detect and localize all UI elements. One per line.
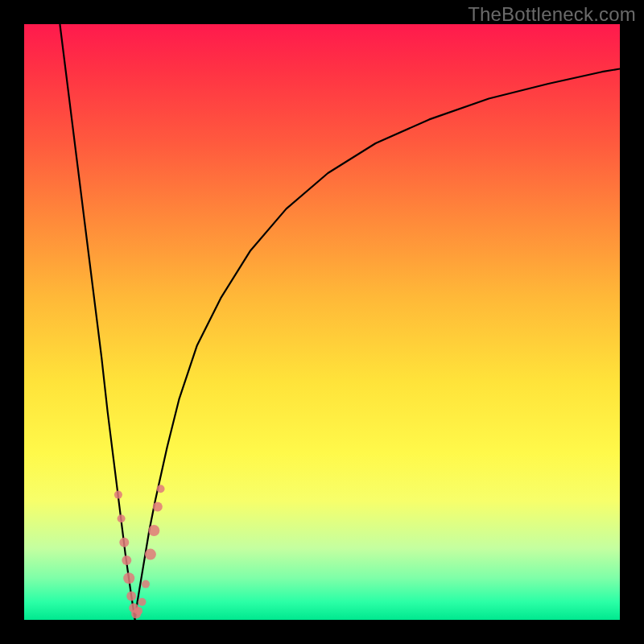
data-point xyxy=(134,607,142,615)
data-point xyxy=(157,485,165,493)
data-point xyxy=(122,555,131,565)
data-point xyxy=(148,525,159,536)
data-point xyxy=(126,591,136,601)
plot-area xyxy=(24,24,620,620)
data-point xyxy=(145,549,156,560)
chart-frame: TheBottleneck.com xyxy=(0,0,644,644)
data-point xyxy=(138,598,147,606)
data-point xyxy=(123,572,134,584)
data-point xyxy=(142,580,150,588)
data-points-group xyxy=(114,485,165,618)
data-point xyxy=(118,514,126,522)
curve-svg xyxy=(24,24,620,620)
data-point xyxy=(119,538,129,547)
curve-group xyxy=(60,24,620,620)
bottleneck-curve xyxy=(60,24,620,620)
watermark-text: TheBottleneck.com xyxy=(468,3,636,26)
data-point xyxy=(114,491,122,499)
data-point xyxy=(153,502,163,511)
